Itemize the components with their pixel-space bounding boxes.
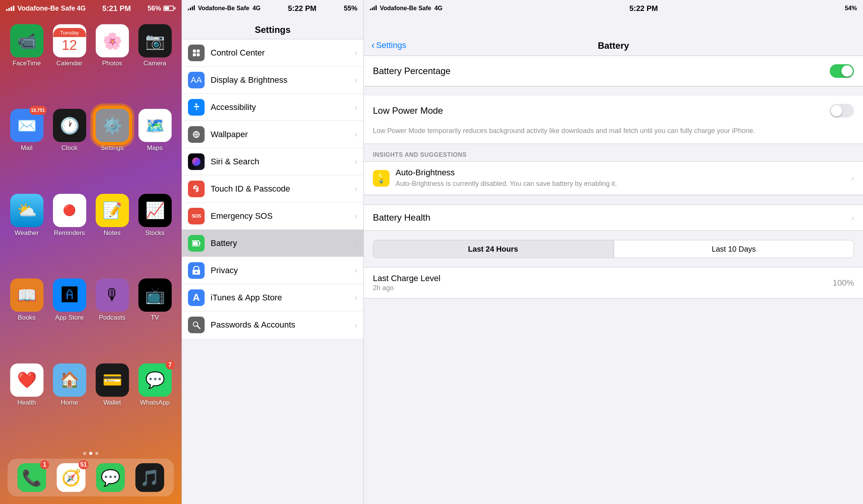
battery-chevron: ›: [355, 239, 357, 247]
low-power-card: Low Power Mode Low Power Mode temporaril…: [364, 96, 863, 144]
app-home[interactable]: 🏠 Home: [52, 363, 87, 441]
settings-item-privacy[interactable]: Privacy ›: [182, 257, 363, 284]
home-app-label: Home: [61, 399, 78, 407]
low-power-row: Low Power Mode: [364, 96, 863, 126]
settings-network: 4G: [253, 5, 261, 11]
itunes-label: iTunes & App Store: [211, 293, 355, 303]
settings-item-accessibility[interactable]: Accessibility ›: [182, 94, 363, 121]
weather-icon: ⛅: [10, 194, 43, 227]
music-icon: 🎵: [135, 463, 164, 492]
last-10-days-button[interactable]: Last 10 Days: [614, 240, 854, 258]
settings-item-display[interactable]: AA Display & Brightness ›: [182, 66, 363, 94]
app-weather[interactable]: ⛅ Weather: [9, 194, 44, 271]
app-whatsapp[interactable]: 💬 7 WhatsApp: [137, 363, 172, 441]
reminders-icon: 🔴: [53, 194, 86, 227]
app-facetime[interactable]: 📹 FaceTime: [9, 24, 44, 101]
last-charge-time: 2h ago: [373, 284, 441, 292]
back-chevron-icon: ‹: [371, 39, 375, 51]
auto-brightness-row[interactable]: 💡 Auto-Brightness Auto-Brightness is cur…: [364, 162, 863, 195]
settings-item-passwords[interactable]: Passwords & Accounts ›: [182, 311, 363, 339]
app-tv[interactable]: 📺 TV: [137, 278, 172, 356]
facetime-label: FaceTime: [12, 60, 41, 67]
settings-panel: Vodafone-Be Safe 4G 5:22 PM 55% Settings…: [182, 0, 363, 504]
last-charge-left: Last Charge Level 2h ago: [373, 274, 441, 292]
control-center-chevron: ›: [355, 48, 357, 57]
accessibility-label: Accessibility: [211, 102, 355, 112]
app-reminders[interactable]: 🔴 Reminders: [52, 194, 87, 271]
low-power-toggle[interactable]: [830, 104, 854, 117]
wallpaper-chevron: ›: [355, 130, 357, 139]
settings-item-siri[interactable]: Siri & Search ›: [182, 148, 363, 175]
settings-item-itunes[interactable]: A iTunes & App Store ›: [182, 284, 363, 311]
battery-percentage-toggle[interactable]: [830, 64, 854, 78]
app-photos[interactable]: 🌸 Photos: [95, 24, 130, 101]
network-type: 4G: [77, 5, 86, 12]
status-bar-settings: Vodafone-Be Safe 4G 5:22 PM 55%: [182, 0, 363, 17]
app-appstore[interactable]: 🅰 App Store: [52, 278, 87, 356]
status-bar-home: Vodafone-Be Safe 4G 5:21 PM 56%: [0, 0, 182, 17]
settings-item-sos[interactable]: SOS Emergency SOS ›: [182, 203, 363, 230]
time-display: 5:21 PM: [102, 4, 131, 13]
app-notes[interactable]: 📝 Notes: [95, 194, 130, 271]
dock-safari[interactable]: 🧭 51: [57, 463, 85, 492]
battery-settings-icon: [188, 235, 205, 252]
privacy-icon: [188, 262, 205, 279]
battery-percentage-row: Battery Percentage: [364, 56, 863, 86]
last-charge-title: Last Charge Level: [373, 274, 441, 283]
appstore-label: App Store: [55, 314, 84, 322]
battery-percentage-card: Battery Percentage: [364, 56, 863, 87]
battery-panel-battery: 54%: [845, 5, 857, 12]
whatsapp-label: WhatsApp: [140, 399, 169, 407]
carrier-name: Vodafone-Be Safe: [17, 5, 75, 12]
podcasts-label: Podcasts: [99, 314, 126, 322]
battery-page-title: Battery: [432, 40, 795, 51]
app-health[interactable]: ❤️ Health: [9, 363, 44, 441]
app-maps[interactable]: 🗺️ Maps: [137, 109, 172, 186]
safari-icon: 🧭 51: [57, 463, 85, 492]
auto-brightness-icon: 💡: [373, 170, 390, 187]
dock-phone[interactable]: 📞 1: [17, 463, 46, 492]
app-mail[interactable]: ✉️ 18,751 Mail: [9, 109, 44, 186]
calendar-icon: Tuesday 12: [53, 24, 86, 57]
app-camera[interactable]: 📷 Camera: [137, 24, 172, 101]
settings-time: 5:22 PM: [288, 4, 317, 13]
app-podcasts[interactable]: 🎙 Podcasts: [95, 278, 130, 356]
auto-brightness-title: Auto-Brightness: [396, 168, 851, 178]
app-stocks[interactable]: 📈 Stocks: [137, 194, 172, 271]
back-button[interactable]: ‹ Settings: [371, 39, 432, 51]
camera-icon: 📷: [138, 24, 172, 57]
display-chevron: ›: [355, 76, 357, 84]
app-wallet[interactable]: 💳 Wallet: [95, 363, 130, 441]
maps-label: Maps: [147, 144, 163, 152]
settings-icon: ⚙️: [96, 109, 129, 142]
settings-item-battery[interactable]: Battery ›: [182, 230, 363, 257]
settings-item-wallpaper[interactable]: Wallpaper ›: [182, 121, 363, 148]
itunes-chevron: ›: [355, 293, 357, 302]
status-right: 56%: [147, 5, 175, 12]
display-label: Display & Brightness: [211, 75, 355, 85]
dock-music[interactable]: 🎵: [135, 463, 164, 492]
app-calendar[interactable]: Tuesday 12 Calendar: [52, 24, 87, 101]
home-icon: 🏠: [53, 363, 86, 397]
settings-carrier: Vodafone-Be Safe 4G: [188, 5, 261, 12]
phone-icon: 📞 1: [17, 463, 46, 492]
notes-label: Notes: [104, 229, 120, 237]
last-24-hours-button[interactable]: Last 24 Hours: [373, 240, 613, 258]
privacy-chevron: ›: [355, 266, 357, 275]
settings-item-control-center[interactable]: Control Center ›: [182, 39, 363, 66]
app-clock[interactable]: 🕐 Clock: [52, 109, 87, 186]
settings-item-touchid[interactable]: Touch ID & Passcode ›: [182, 175, 363, 203]
insights-header: INSIGHTS AND SUGGESTIONS: [364, 144, 863, 161]
time-toggle-row: Last 24 Hours Last 10 Days: [373, 240, 854, 258]
app-settings[interactable]: ⚙️ Settings: [95, 109, 130, 186]
svg-point-12: [196, 271, 197, 273]
dock-messages[interactable]: 💬: [96, 463, 125, 492]
touchid-label: Touch ID & Passcode: [211, 184, 355, 194]
siri-icon: [188, 153, 205, 170]
app-books[interactable]: 📖 Books: [9, 278, 44, 356]
settings-carrier-name: Vodafone-Be Safe: [198, 5, 249, 11]
settings-label: Settings: [101, 144, 124, 152]
battery-health-row[interactable]: Battery Health ›: [364, 204, 863, 231]
photos-icon: 🌸: [96, 24, 129, 57]
battery-percentage-label: Battery Percentage: [373, 66, 830, 76]
